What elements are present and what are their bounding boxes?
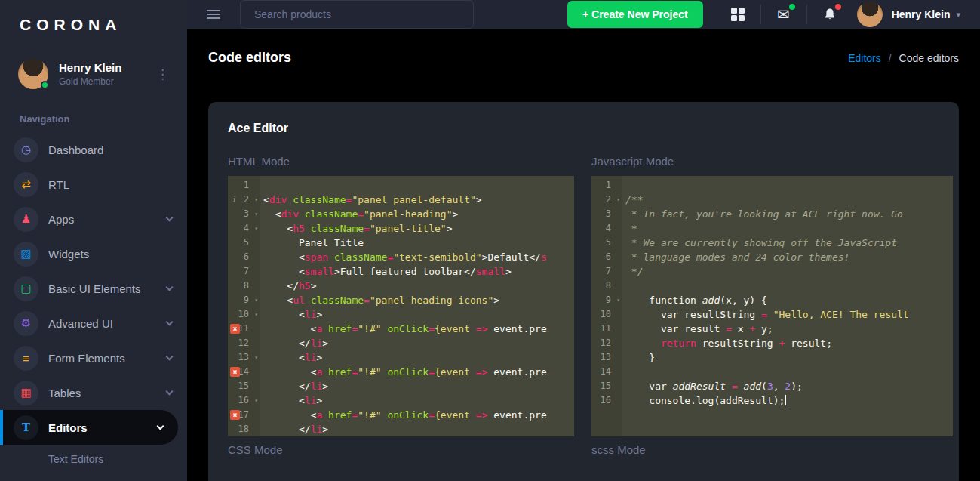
- fold-caret-icon: ▾: [616, 293, 620, 307]
- code-line: <div className="panel-heading">: [260, 207, 574, 221]
- message-badge: [789, 4, 795, 10]
- fold-caret-icon: ▾: [616, 193, 620, 207]
- brand-logo[interactable]: CORONA: [0, 0, 187, 50]
- gear-icon: ⚙: [14, 311, 38, 336]
- line-number: 5: [244, 237, 249, 248]
- sidebar-item-dashboard[interactable]: ◷Dashboard: [0, 132, 187, 167]
- sidebar-item-label: Advanced UI: [48, 317, 113, 330]
- sidebar-item-editors[interactable]: TEditors: [0, 410, 178, 445]
- sidebar-item-form-elements[interactable]: ≡Form Elements: [0, 341, 187, 375]
- search-input[interactable]: [240, 0, 474, 29]
- notification-badge: [835, 4, 841, 10]
- code-line: [622, 178, 953, 193]
- code-line: <div className="panel panel-default">: [260, 193, 574, 207]
- code-line: </li>: [260, 336, 574, 350]
- stripes-icon: ▨: [14, 242, 38, 267]
- code-line: <li>: [260, 393, 574, 408]
- page-content: Code editors Editors / Code editors Ace …: [187, 29, 980, 481]
- profile-menu-icon[interactable]: ⋮: [152, 65, 174, 84]
- line-number: 5: [606, 237, 611, 248]
- breadcrumb-link[interactable]: Editors: [848, 52, 881, 64]
- code-line: <a href="!#" onClick={event => event.pre: [260, 365, 574, 379]
- sidebar-nav: ◷Dashboard⇄RTL♟Apps▨Widgets▢Basic UI Ele…: [0, 132, 187, 473]
- apps-grid-icon[interactable]: [729, 5, 747, 23]
- editor-code: <div className="panel panel-default"> <d…: [260, 176, 574, 436]
- chevron-down-icon: [166, 387, 174, 395]
- line-number: 7: [606, 266, 611, 276]
- line-number: 2: [606, 194, 611, 205]
- chevron-down-icon: [157, 422, 164, 430]
- fold-caret-icon: ▾: [254, 293, 258, 307]
- breadcrumb-current: Code editors: [899, 52, 959, 64]
- user-menu[interactable]: Henry Klein: [892, 8, 951, 20]
- sidebar-subitem-text-editors[interactable]: Text Editors: [0, 445, 187, 473]
- nav-section-label: Navigation: [0, 104, 187, 132]
- ace-editor-card: Ace Editor HTML Mode Javascript Mode 1i2…: [208, 102, 959, 481]
- line-number: 2: [244, 194, 249, 205]
- notifications-bell-icon[interactable]: [821, 5, 839, 23]
- editor-label-javascript: Javascript Mode: [591, 155, 953, 168]
- profile-role: Gold Member: [59, 76, 121, 87]
- ace-editor-html[interactable]: 1i2▾3▾4▾56789▾10▾×111213▾×141516▾×1718<d…: [228, 176, 574, 436]
- divider: [760, 5, 761, 24]
- sidebar: CORONA Henry Klein Gold Member ⋮ Navigat…: [0, 0, 187, 481]
- fold-caret-icon: ▾: [254, 221, 258, 236]
- code-line: */: [622, 264, 953, 279]
- code-line: var resultString = "Hello, ACE! The resu…: [622, 307, 953, 322]
- line-number: 11: [601, 323, 611, 334]
- line-number: 3: [606, 208, 611, 219]
- line-number: 10: [601, 309, 611, 319]
- sidebar-item-label: Tables: [48, 387, 81, 399]
- code-line: [622, 408, 953, 422]
- code-line: </li>: [260, 422, 574, 436]
- editor-label-html: HTML Mode: [228, 155, 574, 168]
- code-line: <span className="text-semibold">Default<…: [260, 250, 574, 264]
- typography-icon: T: [14, 415, 38, 440]
- main-area: + Create New Project ✉ Henry Klein ▾: [187, 0, 980, 481]
- sidebar-item-rtl[interactable]: ⇄RTL: [0, 167, 187, 202]
- code-line: * In fact, you're looking at ACE right n…: [622, 207, 953, 221]
- breadcrumb: Editors / Code editors: [848, 52, 959, 64]
- divider: [806, 5, 807, 24]
- code-line: </li>: [260, 379, 574, 393]
- sidebar-item-label: Dashboard: [48, 143, 103, 156]
- sidebar-item-tables[interactable]: ▦Tables: [0, 375, 187, 410]
- line-number: 4: [244, 223, 249, 233]
- breadcrumb-separator: /: [889, 52, 892, 64]
- hamburger-menu-icon[interactable]: [207, 8, 220, 21]
- code-line: [622, 279, 953, 293]
- sidebar-item-basic-ui-elements[interactable]: ▢Basic UI Elements: [0, 271, 187, 306]
- chevron-down-icon: [166, 283, 174, 291]
- code-line: var addResult = add(3, 2);: [622, 379, 953, 393]
- sidebar-item-apps[interactable]: ♟Apps: [0, 202, 187, 236]
- line-number: 1: [606, 180, 611, 190]
- code-line: <small>Full featured toolbar</small>: [260, 264, 574, 279]
- sidebar-item-advanced-ui[interactable]: ⚙Advanced UI: [0, 306, 187, 341]
- code-line: [622, 422, 953, 436]
- profile-name: Henry Klein: [59, 61, 121, 74]
- create-new-project-button[interactable]: + Create New Project: [567, 1, 703, 28]
- code-line: var result = x + y;: [622, 322, 953, 336]
- text-cursor: [785, 395, 786, 405]
- code-line: [622, 365, 953, 379]
- messages-icon[interactable]: ✉: [775, 5, 793, 23]
- sidebar-item-label: Editors: [48, 421, 88, 434]
- line-number: 9: [244, 294, 249, 305]
- chevron-down-icon[interactable]: ▾: [956, 10, 960, 20]
- chevron-down-icon: [166, 318, 174, 325]
- sidebar-profile[interactable]: Henry Klein Gold Member ⋮: [0, 50, 187, 104]
- card-title: Ace Editor: [228, 122, 953, 135]
- line-number: 3: [244, 208, 249, 219]
- user-avatar[interactable]: [857, 2, 883, 27]
- sidebar-item-widgets[interactable]: ▨Widgets: [0, 236, 187, 271]
- editor-code: /** * In fact, you're looking at ACE rig…: [622, 176, 953, 436]
- line-number: 8: [244, 280, 249, 291]
- ace-editor-javascript[interactable]: 12▾3456789▾10111213141516/** * In fact, …: [591, 176, 953, 436]
- online-status-dot: [41, 81, 49, 89]
- error-annotation-icon: ×: [230, 324, 240, 334]
- sidebar-item-label: Basic UI Elements: [48, 282, 141, 295]
- code-line: <li>: [260, 307, 574, 322]
- line-number: 13: [238, 352, 249, 362]
- list-icon: ≡: [14, 346, 38, 371]
- line-number: 12: [238, 338, 249, 348]
